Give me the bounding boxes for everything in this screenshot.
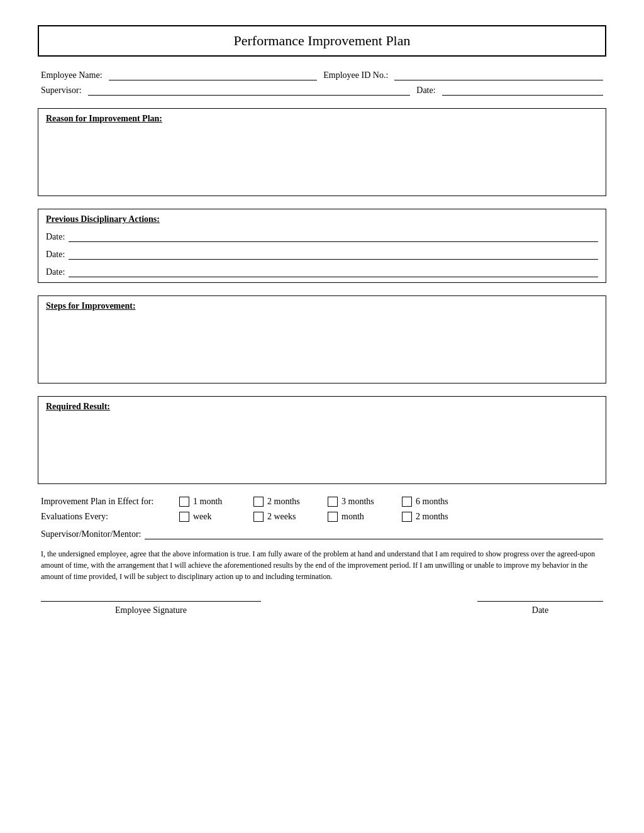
label-2weeks: 2 weeks (267, 512, 296, 522)
date-2-label: Date: (46, 250, 65, 260)
effect-for-checkboxes: 1 month 2 months 3 months 6 months (179, 497, 603, 507)
checkbox-3months[interactable] (328, 497, 338, 507)
label-month: month (341, 512, 364, 522)
label-3months: 3 months (341, 497, 374, 507)
date-sig-block: Date (477, 601, 603, 615)
header-row-2: Supervisor: Date: (41, 84, 603, 96)
disciplinary-date-2: Date: (46, 248, 598, 260)
date-sig-line[interactable] (477, 601, 603, 602)
agreement-text: I, the undersigned employee, agree that … (38, 548, 606, 582)
steps-title: Steps for Improvement: (46, 301, 598, 311)
eval-2weeks[interactable]: 2 weeks (253, 512, 310, 522)
label-2months: 2 months (267, 497, 300, 507)
employee-sig-label: Employee Signature (115, 605, 187, 615)
checkbox-6months[interactable] (402, 497, 412, 507)
checkbox-month[interactable] (328, 512, 338, 522)
date-2-input[interactable] (69, 248, 598, 260)
signature-section: Employee Signature Date (38, 601, 606, 615)
employee-sig-block: Employee Signature (41, 601, 261, 615)
label-1month: 1 month (193, 497, 222, 507)
label-week: week (193, 512, 212, 522)
supervisor-input[interactable] (88, 84, 411, 96)
evaluations-checkboxes: week 2 weeks month 2 months (179, 512, 603, 522)
result-title: Required Result: (46, 402, 598, 412)
disciplinary-section: Previous Disciplinary Actions: Date: Dat… (38, 209, 606, 283)
effect-for-section: Improvement Plan in Effect for: 1 month … (38, 497, 606, 522)
disciplinary-title: Previous Disciplinary Actions: (46, 214, 598, 224)
disciplinary-date-1: Date: (46, 231, 598, 242)
page-title: Performance Improvement Plan (38, 25, 606, 57)
effect-for-row: Improvement Plan in Effect for: 1 month … (41, 497, 603, 507)
checkbox-eval-2months[interactable] (402, 512, 412, 522)
eval-month[interactable]: month (328, 512, 384, 522)
date-label: Date: (416, 86, 435, 96)
date-input[interactable] (442, 84, 603, 96)
supervisor-monitor-input[interactable] (145, 528, 603, 539)
steps-content[interactable] (46, 315, 598, 378)
date-sig-label: Date (532, 605, 548, 615)
employee-name-input[interactable] (109, 69, 318, 80)
supervisor-monitor-row: Supervisor/Monitor/Mentor: (38, 528, 606, 539)
effect-1month[interactable]: 1 month (179, 497, 236, 507)
date-3-label: Date: (46, 267, 65, 277)
supervisor-monitor-label: Supervisor/Monitor/Mentor: (41, 529, 141, 539)
eval-week[interactable]: week (179, 512, 236, 522)
checkbox-2months[interactable] (253, 497, 264, 507)
effect-for-label: Improvement Plan in Effect for: (41, 497, 179, 507)
checkbox-week[interactable] (179, 512, 189, 522)
result-content[interactable] (46, 416, 598, 478)
supervisor-label: Supervisor: (41, 86, 82, 96)
date-3-input[interactable] (69, 266, 598, 277)
employee-sig-line[interactable] (41, 601, 261, 602)
employee-name-label: Employee Name: (41, 70, 103, 80)
label-eval-2months: 2 months (416, 512, 448, 522)
evaluations-row: Evaluations Every: week 2 weeks month 2 … (41, 512, 603, 522)
checkbox-1month[interactable] (179, 497, 189, 507)
employee-id-input[interactable] (394, 69, 603, 80)
employee-id-label: Employee ID No.: (323, 70, 388, 80)
checkbox-2weeks[interactable] (253, 512, 264, 522)
date-1-label: Date: (46, 232, 65, 242)
header-fields: Employee Name: Employee ID No.: Supervis… (38, 69, 606, 96)
disciplinary-date-3: Date: (46, 266, 598, 277)
reason-section: Reason for Improvement Plan: (38, 108, 606, 196)
eval-2months[interactable]: 2 months (402, 512, 458, 522)
reason-title: Reason for Improvement Plan: (46, 114, 598, 124)
result-section: Required Result: (38, 396, 606, 484)
evaluations-label: Evaluations Every: (41, 512, 179, 522)
label-6months: 6 months (416, 497, 448, 507)
header-row-1: Employee Name: Employee ID No.: (41, 69, 603, 80)
reason-content[interactable] (46, 128, 598, 190)
effect-3months[interactable]: 3 months (328, 497, 384, 507)
date-1-input[interactable] (69, 231, 598, 242)
steps-section: Steps for Improvement: (38, 295, 606, 383)
effect-2months[interactable]: 2 months (253, 497, 310, 507)
effect-6months[interactable]: 6 months (402, 497, 458, 507)
